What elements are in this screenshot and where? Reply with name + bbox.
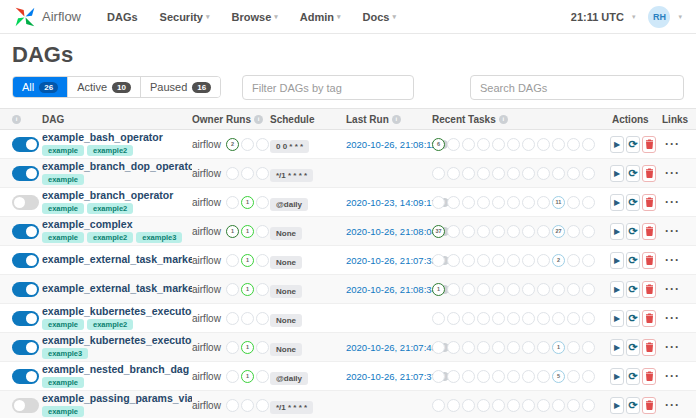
task-status-circle[interactable]: [492, 341, 505, 354]
task-status-circle[interactable]: [477, 341, 490, 354]
delete-dag-button[interactable]: [642, 165, 656, 182]
task-status-circle[interactable]: [567, 167, 580, 180]
dag-tag[interactable]: example: [42, 377, 84, 388]
task-status-circle[interactable]: [477, 283, 490, 296]
nav-item-security[interactable]: Security▾: [160, 11, 210, 23]
links-menu-button[interactable]: ···: [656, 253, 684, 267]
task-status-circle[interactable]: [522, 312, 535, 325]
task-status-circle[interactable]: [447, 225, 460, 238]
dag-tag[interactable]: example3: [136, 232, 182, 243]
schedule-badge[interactable]: 0 0 * * *: [270, 140, 309, 153]
task-status-circle[interactable]: [432, 254, 445, 267]
col-header-last-run[interactable]: Last Runi: [332, 114, 432, 125]
task-status-circle[interactable]: [522, 370, 535, 383]
col-header-schedule[interactable]: Schedule: [270, 114, 332, 125]
task-status-circle[interactable]: [522, 283, 535, 296]
col-header-dag[interactable]: DAG: [42, 114, 192, 125]
task-status-circle[interactable]: [447, 196, 460, 209]
task-status-circle[interactable]: [492, 138, 505, 151]
links-menu-button[interactable]: ···: [656, 398, 684, 412]
links-menu-button[interactable]: ···: [656, 224, 684, 238]
col-header-runs[interactable]: Runsi: [226, 114, 270, 125]
dag-name-link[interactable]: example_bash_operator: [42, 132, 192, 143]
task-status-circle[interactable]: [492, 196, 505, 209]
schedule-badge[interactable]: @daily: [270, 198, 308, 211]
task-status-circle[interactable]: [447, 341, 460, 354]
task-status-circle[interactable]: [507, 225, 520, 238]
task-status-circle[interactable]: [492, 399, 505, 412]
run-status-circle[interactable]: 1: [241, 254, 254, 267]
task-status-circle[interactable]: [432, 341, 445, 354]
tab-paused[interactable]: Paused 16: [141, 77, 220, 97]
task-status-circle[interactable]: [477, 370, 490, 383]
col-header-owner[interactable]: Owner: [192, 114, 226, 125]
task-status-circle[interactable]: [537, 312, 550, 325]
task-status-circle[interactable]: [507, 370, 520, 383]
task-status-circle[interactable]: [507, 196, 520, 209]
tab-active[interactable]: Active 10: [68, 77, 141, 97]
task-status-circle[interactable]: [567, 283, 580, 296]
task-status-circle[interactable]: 1: [552, 341, 565, 354]
run-status-circle[interactable]: [256, 167, 269, 180]
task-status-circle[interactable]: [582, 283, 595, 296]
links-menu-button[interactable]: ···: [656, 282, 684, 296]
run-status-circle[interactable]: [256, 225, 269, 238]
task-status-circle[interactable]: [447, 138, 460, 151]
task-status-circle[interactable]: [567, 370, 580, 383]
run-status-circle[interactable]: [226, 312, 239, 325]
run-status-circle[interactable]: [226, 196, 239, 209]
task-status-circle[interactable]: [462, 370, 475, 383]
task-status-circle[interactable]: [552, 312, 565, 325]
dag-pause-toggle[interactable]: [12, 166, 39, 181]
task-status-circle[interactable]: [462, 341, 475, 354]
dag-tag[interactable]: example2: [87, 145, 133, 156]
nav-item-admin[interactable]: Admin▾: [300, 11, 341, 23]
task-status-circle[interactable]: [582, 341, 595, 354]
run-status-circle[interactable]: [256, 341, 269, 354]
schedule-badge[interactable]: */1 * * * *: [270, 169, 313, 182]
last-run-link[interactable]: 2020-10-26, 21:08:34: [346, 284, 437, 295]
refresh-dag-button[interactable]: ⟳: [626, 368, 640, 385]
run-status-circle[interactable]: [256, 196, 269, 209]
task-status-circle[interactable]: [447, 254, 460, 267]
task-status-circle[interactable]: [507, 312, 520, 325]
task-status-circle[interactable]: [567, 312, 580, 325]
refresh-dag-button[interactable]: ⟳: [626, 223, 640, 240]
dag-tag[interactable]: example: [42, 232, 84, 243]
utc-clock[interactable]: 21:11 UTC: [571, 11, 624, 23]
dag-name-link[interactable]: example_kubernetes_executor: [42, 306, 192, 317]
dag-tag[interactable]: example2: [87, 232, 133, 243]
trigger-dag-button[interactable]: ▶: [610, 368, 624, 385]
task-status-circle[interactable]: [477, 225, 490, 238]
run-status-circle[interactable]: 1: [241, 341, 254, 354]
trigger-dag-button[interactable]: ▶: [610, 165, 624, 182]
trigger-dag-button[interactable]: ▶: [610, 310, 624, 327]
dag-tag[interactable]: example: [42, 319, 84, 330]
delete-dag-button[interactable]: [642, 223, 656, 240]
task-status-circle[interactable]: [507, 138, 520, 151]
delete-dag-button[interactable]: [642, 281, 656, 298]
task-status-circle[interactable]: [522, 167, 535, 180]
task-status-circle[interactable]: [552, 399, 565, 412]
schedule-badge[interactable]: None: [270, 314, 302, 327]
task-status-circle[interactable]: [567, 341, 580, 354]
refresh-dag-button[interactable]: ⟳: [626, 339, 640, 356]
run-status-circle[interactable]: [256, 399, 269, 412]
task-status-circle[interactable]: [567, 254, 580, 267]
last-run-link[interactable]: 2020-10-26, 21:07:40: [346, 342, 437, 353]
run-status-circle[interactable]: 1: [241, 283, 254, 296]
refresh-dag-button[interactable]: ⟳: [626, 281, 640, 298]
airflow-brand[interactable]: Airflow: [14, 6, 81, 28]
dag-pause-toggle[interactable]: [12, 311, 39, 326]
trigger-dag-button[interactable]: ▶: [610, 194, 624, 211]
trigger-dag-button[interactable]: ▶: [610, 223, 624, 240]
task-status-circle[interactable]: [492, 225, 505, 238]
dag-name-link[interactable]: example_branch_operator: [42, 190, 192, 201]
delete-dag-button[interactable]: [642, 339, 656, 356]
trigger-dag-button[interactable]: ▶: [610, 397, 624, 414]
run-status-circle[interactable]: [256, 370, 269, 383]
refresh-dag-button[interactable]: ⟳: [626, 194, 640, 211]
task-status-circle[interactable]: [567, 138, 580, 151]
task-status-circle[interactable]: [492, 370, 505, 383]
task-status-circle[interactable]: [507, 167, 520, 180]
